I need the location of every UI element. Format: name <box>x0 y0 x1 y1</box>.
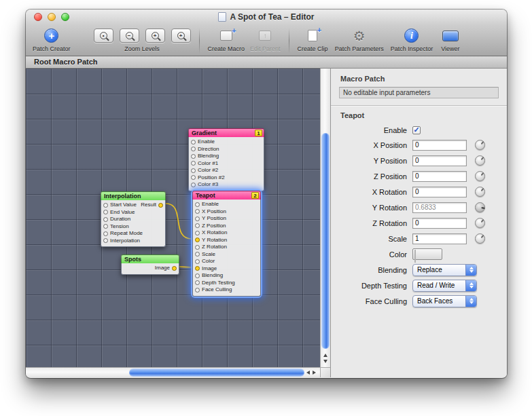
input-port[interactable] <box>103 210 108 214</box>
patch-parameters-button[interactable]: ⚙ Patch Parameters <box>335 27 384 52</box>
input-port[interactable] <box>195 216 200 221</box>
scroll-right-arrow[interactable] <box>313 371 316 375</box>
z-rotation-knob[interactable] <box>475 218 485 228</box>
input-port[interactable] <box>195 252 200 257</box>
color-well[interactable] <box>412 248 442 260</box>
node-teapot[interactable]: Teapot 2 Enable X Position Y Position Z … <box>192 191 261 297</box>
node-teapot-header[interactable]: Teapot 2 <box>192 191 261 200</box>
document-icon <box>218 12 226 22</box>
input-port[interactable] <box>191 168 196 173</box>
y-rotation-input[interactable] <box>412 202 467 213</box>
scroll-down-arrow[interactable] <box>323 360 327 363</box>
toolbar-separator <box>199 28 200 54</box>
input-port[interactable] <box>195 245 200 250</box>
z-position-input[interactable] <box>412 171 467 182</box>
input-port[interactable] <box>195 202 200 207</box>
input-port-connected[interactable] <box>195 238 200 242</box>
titlebar[interactable]: A Spot of Tea – Editor <box>26 10 507 24</box>
blending-popup[interactable]: Replace <box>412 264 477 276</box>
input-port[interactable] <box>195 273 200 278</box>
scale-knob[interactable] <box>475 233 485 244</box>
input-port[interactable] <box>191 147 196 151</box>
node-title: Spots <box>124 255 177 263</box>
input-port[interactable] <box>103 238 108 243</box>
input-port[interactable] <box>191 154 196 159</box>
input-port[interactable] <box>195 259 200 264</box>
node-spots[interactable]: Spots Image <box>121 254 179 275</box>
face-culling-popup[interactable]: Back Faces <box>412 295 477 307</box>
input-port[interactable] <box>103 217 108 222</box>
input-port[interactable] <box>191 175 196 180</box>
input-port[interactable] <box>191 161 196 166</box>
vertical-scrollbar[interactable] <box>320 69 330 367</box>
zoom-out-button[interactable]: − <box>120 29 139 43</box>
z-rotation-input[interactable] <box>412 218 467 229</box>
wire-result-to-yrotation[interactable] <box>166 204 192 239</box>
node-interpolation-header[interactable]: Interpolation <box>101 191 166 200</box>
input-port-connected[interactable] <box>195 266 200 271</box>
minimize-button[interactable] <box>48 13 56 21</box>
horizontal-scrollbar-thumb[interactable] <box>129 368 304 377</box>
x-position-input[interactable] <box>412 140 467 151</box>
depth-testing-popup[interactable]: Read / Write <box>412 280 477 292</box>
patch-canvas[interactable]: Gradient 1 Enable Direction Blending Col… <box>26 69 320 367</box>
input-port[interactable] <box>191 183 196 187</box>
node-gradient-header[interactable]: Gradient 1 <box>188 128 264 137</box>
field-z-rotation: Z Rotation <box>339 215 499 231</box>
input-port[interactable] <box>195 288 200 292</box>
node-title: Gradient <box>192 129 255 137</box>
port-label: Y Rotation <box>202 237 227 244</box>
enable-checkbox[interactable]: ✓ <box>412 126 421 134</box>
node-gradient[interactable]: Gradient 1 Enable Direction Blending Col… <box>188 128 264 191</box>
node-interpolation[interactable]: Interpolation Start Value Result End Val… <box>101 191 166 247</box>
port-label: Color #3 <box>198 181 218 188</box>
input-port[interactable] <box>195 231 200 235</box>
y-rotation-knob[interactable] <box>475 202 485 212</box>
y-position-knob[interactable] <box>475 155 485 166</box>
input-port[interactable] <box>195 223 200 228</box>
zoom-window-button[interactable] <box>61 13 69 21</box>
port-row: End Value <box>101 209 165 216</box>
port-row: Depth Testing <box>193 280 260 287</box>
scroll-up-arrow[interactable] <box>323 354 327 357</box>
port-row: Scale <box>193 251 260 259</box>
create-macro-button[interactable]: + Create Macro <box>208 27 245 52</box>
scale-input[interactable] <box>412 233 467 244</box>
zoom-in-button[interactable]: + <box>145 29 165 43</box>
macro-box-icon: + <box>220 31 232 41</box>
wire-image-to-image[interactable] <box>179 267 192 267</box>
popup-arrows-icon <box>465 265 476 276</box>
close-button[interactable] <box>34 13 42 21</box>
patch-creator-button[interactable]: + Patch Creator <box>33 27 71 52</box>
y-position-input[interactable] <box>412 155 467 166</box>
patch-inspector-label: Patch Inspector <box>391 45 433 52</box>
input-port[interactable] <box>103 231 108 236</box>
field-label: Depth Testing <box>339 282 412 290</box>
input-port[interactable] <box>195 209 200 214</box>
output-port[interactable] <box>172 266 177 271</box>
create-clip-button[interactable]: + Create Clip <box>298 27 328 52</box>
input-port[interactable] <box>103 203 108 208</box>
input-port[interactable] <box>103 224 108 229</box>
wire-layer <box>26 69 320 367</box>
node-spots-header[interactable]: Spots <box>121 254 179 263</box>
input-port[interactable] <box>195 280 200 285</box>
info-circle-icon: i <box>404 29 419 43</box>
node-title: Interpolation <box>104 192 164 200</box>
z-position-knob[interactable] <box>475 171 485 181</box>
viewer-button[interactable]: Viewer <box>441 27 459 52</box>
patch-inspector-button[interactable]: i Patch Inspector <box>391 27 433 52</box>
scrollbar-corner <box>320 367 330 377</box>
zoom-actual-button[interactable]: + <box>171 29 191 43</box>
port-label: Enable <box>198 138 215 145</box>
horizontal-scrollbar[interactable] <box>26 367 320 377</box>
x-position-knob[interactable] <box>475 140 485 150</box>
vertical-scrollbar-thumb[interactable] <box>321 133 330 349</box>
x-rotation-knob[interactable] <box>475 187 485 197</box>
output-port[interactable] <box>158 203 163 208</box>
zoom-fit-button[interactable]: • <box>94 29 113 43</box>
field-label: Z Position <box>339 172 412 181</box>
scroll-left-arrow[interactable] <box>306 371 310 375</box>
input-port[interactable] <box>191 140 196 145</box>
x-rotation-input[interactable] <box>412 187 467 197</box>
